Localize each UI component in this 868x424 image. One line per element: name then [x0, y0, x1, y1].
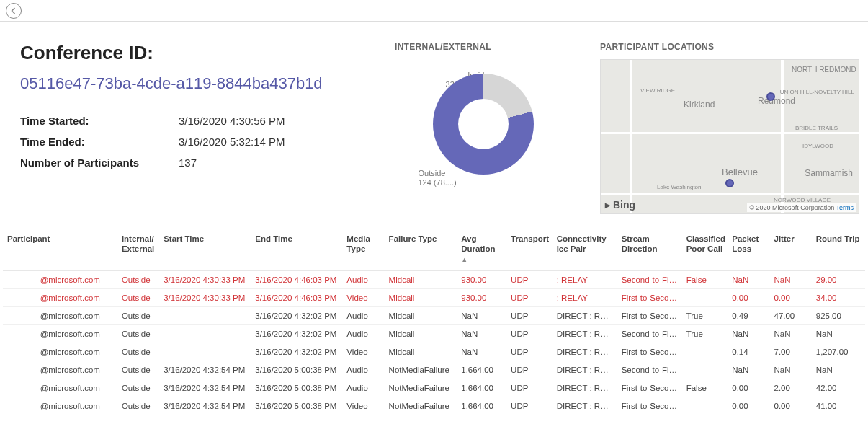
table-cell: @microsoft.com — [3, 325, 117, 343]
table-cell: First-to-Second — [617, 307, 682, 325]
table-cell: Audio — [342, 361, 384, 379]
column-header[interactable]: ConnectivityIce Pair — [552, 229, 617, 271]
participant-link[interactable]: @microsoft.com — [40, 312, 100, 320]
map-label: Redmond — [758, 96, 795, 106]
summary-panel: Conference ID: 05116e47-73ba-4cde-a119-8… — [20, 42, 366, 214]
table-cell: NotMediaFailure — [385, 397, 457, 415]
table-cell: Midcall — [385, 289, 457, 307]
table-cell: @microsoft.com — [3, 289, 117, 307]
table-cell: 3/16/2020 4:32:54 PM — [159, 361, 251, 379]
table-row[interactable]: @microsoft.comOutside3/16/2020 4:32:54 P… — [3, 361, 865, 379]
table-cell: Outside — [117, 271, 159, 289]
column-header[interactable]: End Time — [251, 229, 342, 271]
column-header[interactable]: ClassifiedPoor Call — [682, 229, 728, 271]
table-cell: Outside — [117, 361, 159, 379]
map-label: UNION HILL-NOVELTY HILL — [780, 89, 854, 95]
table-cell: Outside — [117, 343, 159, 361]
participant-link[interactable]: @microsoft.com — [40, 348, 100, 356]
table-row[interactable]: @microsoft.comOutside3/16/2020 4:32:02 P… — [3, 325, 865, 343]
table-row[interactable]: @microsoft.comOutside3/16/2020 4:30:33 P… — [3, 271, 865, 289]
table-cell: 3/16/2020 5:00:38 PM — [251, 361, 342, 379]
table-cell: NotMediaFailure — [385, 379, 457, 397]
table-cell: 3/16/2020 4:32:02 PM — [251, 343, 342, 361]
table-cell: 3/16/2020 5:00:38 PM — [251, 379, 342, 397]
call-details-table: ParticipantInternal/ExternalStart TimeEn… — [3, 229, 865, 415]
table-cell: @microsoft.com — [3, 307, 117, 325]
participant-link[interactable]: @microsoft.com — [40, 330, 100, 338]
column-header[interactable]: Round Trip — [812, 229, 865, 271]
map-label: Lake Washington — [657, 184, 702, 190]
map-pin-icon[interactable] — [725, 179, 734, 187]
internal-external-donut[interactable]: Inside33 (21.02%) Outside124 (78....) — [419, 59, 548, 189]
table-cell — [682, 397, 728, 415]
table-cell: : RELAY — [552, 271, 617, 289]
column-header[interactable]: Participant — [3, 229, 117, 271]
table-cell: @microsoft.com — [3, 397, 117, 415]
table-cell: 925.00 — [812, 307, 865, 325]
map-pin-icon[interactable] — [766, 92, 775, 101]
table-cell: : RELAY — [552, 289, 617, 307]
column-header[interactable]: Stream Direction — [617, 229, 682, 271]
participant-locations-title: PARTICIPANT LOCATIONS — [600, 42, 859, 52]
column-header[interactable]: Transport — [506, 229, 552, 271]
table-cell — [682, 289, 728, 307]
table-cell: UDP — [506, 307, 552, 325]
table-row[interactable]: @microsoft.comOutside3/16/2020 4:32:02 P… — [3, 307, 865, 325]
participant-link[interactable]: @microsoft.com — [40, 384, 100, 392]
table-row[interactable]: @microsoft.comOutside3/16/2020 4:32:54 P… — [3, 397, 865, 415]
map-label: BRIDLE TRAILS — [795, 125, 838, 131]
table-cell: 1,664.00 — [457, 379, 506, 397]
table-cell: Midcall — [385, 325, 457, 343]
table-cell: NaN — [457, 325, 506, 343]
table-cell: True — [682, 325, 728, 343]
table-row[interactable]: @microsoft.comOutside3/16/2020 4:32:54 P… — [3, 379, 865, 397]
table-row[interactable]: @microsoft.comOutside3/16/2020 4:32:02 P… — [3, 343, 865, 361]
map-terms-link[interactable]: Terms — [836, 204, 854, 211]
participant-link[interactable]: @microsoft.com — [40, 402, 100, 410]
column-header[interactable]: Failure Type — [385, 229, 457, 271]
column-header[interactable]: AvgDuration▲ — [457, 229, 506, 271]
participant-link[interactable]: @microsoft.com — [40, 293, 100, 302]
back-button[interactable] — [6, 3, 22, 19]
table-cell: UDP — [506, 343, 552, 361]
column-header[interactable]: Internal/External — [117, 229, 159, 271]
map-label: VIEW RIDGE — [640, 87, 675, 94]
participant-link[interactable]: @microsoft.com — [40, 275, 100, 284]
table-cell: Midcall — [385, 343, 457, 361]
table-cell: 1,664.00 — [457, 397, 506, 415]
table-cell: NaN — [728, 271, 769, 289]
table-cell: Audio — [342, 307, 384, 325]
table-cell: 3/16/2020 4:30:33 PM — [159, 289, 251, 307]
table-cell: 2.00 — [769, 379, 811, 397]
table-cell — [159, 343, 251, 361]
column-header[interactable]: PacketLoss — [728, 229, 769, 271]
table-cell: Video — [342, 397, 384, 415]
table-cell: First-to-Second — [617, 379, 682, 397]
table-cell: Midcall — [385, 271, 457, 289]
map-label: IDYLWOOD — [802, 143, 833, 149]
table-cell: Midcall — [385, 307, 457, 325]
table-cell: NaN — [769, 361, 811, 379]
table-cell: Second-to-First — [617, 361, 682, 379]
table-row[interactable]: @microsoft.comOutside3/16/2020 4:30:33 P… — [3, 289, 865, 307]
table-cell: DIRECT : RELAY — [552, 379, 617, 397]
table-cell: @microsoft.com — [3, 361, 117, 379]
column-header[interactable]: Start Time — [159, 229, 251, 271]
table-cell: 3/16/2020 4:46:03 PM — [251, 289, 342, 307]
table-cell: UDP — [506, 325, 552, 343]
table-cell: 0.00 — [728, 289, 769, 307]
donut-outside-label: Outside124 (78....) — [419, 169, 457, 187]
table-cell: 0.14 — [728, 343, 769, 361]
column-header[interactable]: Jitter — [769, 229, 811, 271]
table-cell — [682, 343, 728, 361]
table-cell: Second-to-First — [617, 325, 682, 343]
table-cell: NaN — [812, 361, 865, 379]
column-header[interactable]: MediaType — [342, 229, 384, 271]
internal-external-title: INTERNAL/EXTERNAL — [395, 42, 571, 52]
table-cell: 1,664.00 — [457, 361, 506, 379]
table-cell: First-to-Second — [617, 343, 682, 361]
participant-link[interactable]: @microsoft.com — [40, 366, 100, 374]
participant-locations-map[interactable]: NORTH REDMOND VIEW RIDGE Kirkland Redmon… — [600, 59, 859, 214]
table-cell: @microsoft.com — [3, 343, 117, 361]
map-label: Kirkland — [684, 100, 715, 110]
